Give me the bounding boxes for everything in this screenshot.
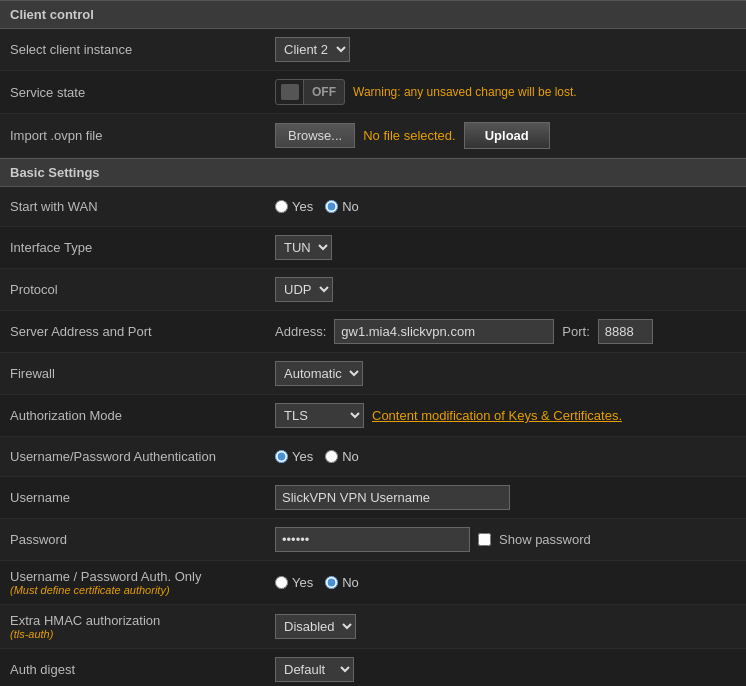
select-instance-label: Select client instance (10, 42, 275, 57)
start-with-wan-label: Start with WAN (10, 199, 275, 214)
start-with-wan-no-radio[interactable] (325, 200, 338, 213)
basic-settings-header: Basic Settings (0, 158, 746, 187)
up-auth-only-radio-group: Yes No (275, 575, 359, 590)
extra-hmac-row: Extra HMAC authorization (tls-auth) Disa… (0, 605, 746, 649)
interface-type-control: TUN TAP (275, 235, 736, 260)
address-label-text: Address: (275, 324, 326, 339)
up-auth-only-no-radio[interactable] (325, 576, 338, 589)
protocol-control: UDP TCP (275, 277, 736, 302)
up-auth-no-radio[interactable] (325, 450, 338, 463)
firewall-row: Firewall Automatic Manual (0, 353, 746, 395)
up-auth-only-no-option[interactable]: No (325, 575, 359, 590)
username-control (275, 485, 736, 510)
interface-type-label: Interface Type (10, 240, 275, 255)
service-state-toggle[interactable]: OFF (275, 79, 345, 105)
extra-hmac-label: Extra HMAC authorization (tls-auth) (10, 613, 275, 640)
port-input[interactable] (598, 319, 653, 344)
up-auth-only-yes-radio[interactable] (275, 576, 288, 589)
extra-hmac-main-label: Extra HMAC authorization (10, 613, 275, 628)
up-auth-yes-label: Yes (292, 449, 313, 464)
up-auth-yes-option[interactable]: Yes (275, 449, 313, 464)
auth-mode-label: Authorization Mode (10, 408, 275, 423)
start-with-wan-no-label: No (342, 199, 359, 214)
username-input[interactable] (275, 485, 510, 510)
toggle-knob (281, 84, 299, 100)
up-auth-only-control: Yes No (275, 575, 736, 590)
upload-button[interactable]: Upload (464, 122, 550, 149)
import-ovpn-row: Import .ovpn file Browse... No file sele… (0, 114, 746, 158)
username-row: Username (0, 477, 746, 519)
start-with-wan-yes-option[interactable]: Yes (275, 199, 313, 214)
select-instance-control: Client 1 Client 2 Client 3 (275, 37, 736, 62)
auth-mode-link[interactable]: Content modification of Keys & Certifica… (372, 408, 622, 423)
up-auth-no-option[interactable]: No (325, 449, 359, 464)
protocol-label: Protocol (10, 282, 275, 297)
select-instance-row: Select client instance Client 1 Client 2… (0, 29, 746, 71)
up-auth-only-sub-label: (Must define certificate authority) (10, 584, 275, 596)
start-with-wan-yes-radio[interactable] (275, 200, 288, 213)
up-auth-yes-radio[interactable] (275, 450, 288, 463)
warning-text: Warning: any unsaved change will be lost… (353, 85, 577, 99)
up-auth-no-label: No (342, 449, 359, 464)
auth-digest-row: Auth digest Default MD5 SHA1 SHA256 (0, 649, 746, 686)
auth-digest-control: Default MD5 SHA1 SHA256 (275, 657, 736, 682)
up-auth-only-label: Username / Password Auth. Only (Must def… (10, 569, 275, 596)
firewall-select[interactable]: Automatic Manual (275, 361, 363, 386)
show-password-label: Show password (499, 532, 591, 547)
no-file-text: No file selected. (363, 128, 456, 143)
auth-mode-select[interactable]: TLS Static Key (275, 403, 364, 428)
password-label: Password (10, 532, 275, 547)
start-with-wan-row: Start with WAN Yes No (0, 187, 746, 227)
service-state-control: OFF Warning: any unsaved change will be … (275, 79, 736, 105)
username-password-auth-radio-group: Yes No (275, 449, 359, 464)
username-label: Username (10, 490, 275, 505)
start-with-wan-no-option[interactable]: No (325, 199, 359, 214)
up-auth-only-no-label: No (342, 575, 359, 590)
server-address-input[interactable] (334, 319, 554, 344)
auth-mode-row: Authorization Mode TLS Static Key Conten… (0, 395, 746, 437)
firewall-control: Automatic Manual (275, 361, 736, 386)
port-label-text: Port: (562, 324, 589, 339)
up-auth-only-yes-label: Yes (292, 575, 313, 590)
interface-type-select[interactable]: TUN TAP (275, 235, 332, 260)
browse-button[interactable]: Browse... (275, 123, 355, 148)
auth-digest-label: Auth digest (10, 662, 275, 677)
client-control-title: Client control (10, 7, 94, 22)
toggle-knob-area (276, 80, 304, 104)
password-input[interactable] (275, 527, 470, 552)
client-control-header: Client control (0, 0, 746, 29)
auth-digest-select[interactable]: Default MD5 SHA1 SHA256 (275, 657, 354, 682)
username-password-auth-label: Username/Password Authentication (10, 449, 275, 464)
auth-mode-control: TLS Static Key Content modification of K… (275, 403, 736, 428)
import-ovpn-label: Import .ovpn file (10, 128, 275, 143)
service-state-label: Service state (10, 85, 275, 100)
server-address-row: Server Address and Port Address: Port: (0, 311, 746, 353)
server-address-label: Server Address and Port (10, 324, 275, 339)
show-password-checkbox[interactable] (478, 533, 491, 546)
import-ovpn-control: Browse... No file selected. Upload (275, 122, 736, 149)
extra-hmac-select[interactable]: Disabled Enabled (275, 614, 356, 639)
toggle-off-label: OFF (304, 80, 344, 104)
server-address-control: Address: Port: (275, 319, 736, 344)
username-password-auth-control: Yes No (275, 449, 736, 464)
up-auth-only-yes-option[interactable]: Yes (275, 575, 313, 590)
extra-hmac-sub-label: (tls-auth) (10, 628, 275, 640)
start-with-wan-radio-group: Yes No (275, 199, 359, 214)
up-auth-only-main-label: Username / Password Auth. Only (10, 569, 275, 584)
protocol-row: Protocol UDP TCP (0, 269, 746, 311)
firewall-label: Firewall (10, 366, 275, 381)
basic-settings-title: Basic Settings (10, 165, 100, 180)
up-auth-only-row: Username / Password Auth. Only (Must def… (0, 561, 746, 605)
protocol-select[interactable]: UDP TCP (275, 277, 333, 302)
service-state-row: Service state OFF Warning: any unsaved c… (0, 71, 746, 114)
username-password-auth-row: Username/Password Authentication Yes No (0, 437, 746, 477)
password-control: Show password (275, 527, 736, 552)
extra-hmac-control: Disabled Enabled (275, 614, 736, 639)
interface-type-row: Interface Type TUN TAP (0, 227, 746, 269)
client-instance-select[interactable]: Client 1 Client 2 Client 3 (275, 37, 350, 62)
start-with-wan-control: Yes No (275, 199, 736, 214)
password-row: Password Show password (0, 519, 746, 561)
start-with-wan-yes-label: Yes (292, 199, 313, 214)
